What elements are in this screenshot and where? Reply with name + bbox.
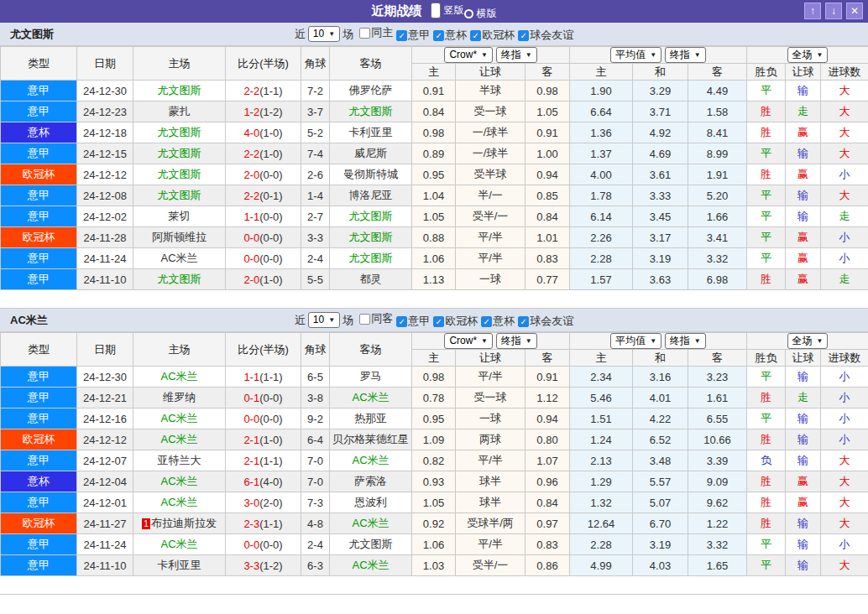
near-label: 近 (295, 313, 306, 328)
layout-radio[interactable]: 横版 (464, 7, 497, 21)
scope-select[interactable]: 全场▼ (787, 47, 829, 63)
avg-select[interactable]: 平均值▼ (610, 333, 661, 349)
match-date: 24-12-04 (77, 471, 133, 492)
result-handicap: 输 (786, 206, 821, 227)
col-away: 客场 (330, 333, 412, 367)
home-team: 尤文图斯 (133, 269, 226, 290)
juventus-table-body: 意甲 24-12-30 尤文图斯 2-2(1-1) 7-2 佛罗伦萨 0.91 … (1, 81, 868, 290)
corners: 9-2 (301, 408, 330, 429)
match-date: 24-12-08 (77, 185, 133, 206)
result-goals: 大 (821, 143, 868, 164)
halftime-score: (0-0) (259, 211, 282, 223)
col-res-handicap: 让球 (786, 350, 821, 367)
avg-win-odds: 4.99 (570, 555, 633, 576)
filter-checkbox[interactable]: 球会友谊 (518, 314, 573, 329)
scope-select[interactable]: 全场▼ (787, 333, 829, 349)
away-odds: 1.00 (526, 143, 570, 164)
move-up-button[interactable]: ↑ (804, 3, 821, 19)
games-count-select[interactable]: 10▼ (308, 312, 340, 328)
filter-checkbox[interactable]: 欧冠杯 (470, 28, 515, 43)
col-avg-lose: 客 (688, 350, 747, 367)
odds-source-select[interactable]: Crow*▼ (444, 333, 493, 349)
away-team-name: AC米兰 (352, 517, 389, 529)
match-date: 24-11-10 (77, 269, 133, 290)
avg-win-odds: 2.13 (570, 450, 633, 471)
home-team-name: 布拉迪斯拉发 (151, 517, 217, 529)
home-team-name: 尤文图斯 (158, 189, 201, 201)
odds-kind-select[interactable]: 终指▼ (496, 333, 537, 349)
league-badge: 意甲 (1, 492, 77, 513)
away-team: 萨索洛 (330, 471, 412, 492)
close-button[interactable]: ✕ (846, 3, 863, 19)
score-cell: 2-2(1-0) (226, 143, 301, 164)
filter-checkbox[interactable]: 同客 (359, 311, 393, 326)
table-row: 意甲 24-11-10 尤文图斯 2-0(1-0) 5-5 都灵 1.13 一球… (1, 269, 868, 290)
away-odds: 0.86 (526, 555, 570, 576)
result-goals: 小 (821, 388, 868, 408)
up-arrow-icon: ↑ (810, 5, 815, 17)
league-badge: 意甲 (1, 248, 77, 269)
radio-icon (464, 9, 473, 18)
odds-group-header: Crow*▼ 终指▼ (412, 333, 570, 350)
move-down-button[interactable]: ↓ (825, 3, 842, 19)
fulltime-score: 0-0 (243, 539, 259, 551)
col-home: 主场 (133, 333, 226, 367)
home-odds: 1.04 (412, 185, 456, 206)
league-badge: 意甲 (1, 143, 77, 164)
match-date: 24-12-30 (77, 367, 133, 388)
avg-select[interactable]: 平均值▼ (610, 47, 661, 63)
halftime-score: (1-1) (259, 85, 282, 97)
odds-source-select[interactable]: Crow*▼ (444, 47, 493, 63)
away-team-name: 威尼斯 (354, 147, 387, 159)
col-date: 日期 (77, 333, 133, 367)
fulltime-score: 1-1 (243, 211, 259, 223)
corners: 4-8 (301, 513, 330, 534)
radio-label: 横版 (477, 7, 497, 21)
table-row: 意甲 24-12-23 蒙扎 1-2(1-2) 3-7 尤文图斯 0.84 受一… (1, 101, 868, 122)
away-odds: 0.85 (526, 185, 570, 206)
odds-kind-select[interactable]: 终指▼ (496, 47, 537, 63)
result-goals: 小 (821, 367, 868, 388)
filter-checkbox[interactable]: 意杯 (481, 314, 515, 329)
filter-checkbox[interactable]: 意杯 (433, 28, 467, 43)
corners: 2-4 (301, 534, 330, 555)
games-count-select[interactable]: 10▼ (308, 26, 340, 42)
filter-checkbox[interactable]: 意甲 (396, 28, 430, 43)
avg-kind-select[interactable]: 终指▼ (665, 333, 706, 349)
col-corner: 角球 (301, 47, 330, 81)
avg-win-odds: 1.36 (570, 122, 633, 143)
result-handicap: 输 (786, 81, 821, 101)
milan-summary (0, 576, 868, 595)
filter-checkbox[interactable]: 球会友谊 (518, 28, 573, 43)
avg-lose-odds: 3.41 (688, 227, 747, 248)
filter-checkbox[interactable]: 同主 (359, 25, 393, 40)
corners: 1-4 (301, 185, 330, 206)
result-handicap: 输 (786, 185, 821, 206)
table-row: 意杯 24-12-18 尤文图斯 4-0(1-0) 5-2 卡利亚里 0.98 … (1, 122, 868, 143)
home-odds: 0.98 (412, 367, 456, 388)
score-cell: 0-1(0-0) (226, 388, 301, 408)
filter-checkbox[interactable]: 意甲 (396, 314, 430, 329)
away-team-name: 卡利亚里 (349, 126, 393, 138)
league-badge: 意甲 (1, 408, 77, 429)
layout-radio[interactable]: 竖版 (431, 3, 464, 18)
corners: 5-5 (301, 269, 330, 290)
table-row: 意甲 24-12-01 AC米兰 3-0(2-0) 7-3 恩波利 1.05 球… (1, 492, 868, 513)
avg-win-odds: 4.00 (570, 164, 633, 185)
handicap: 受半/一 (456, 206, 526, 227)
away-team-name: 恩波利 (354, 496, 387, 508)
col-away: 客场 (330, 47, 412, 81)
handicap: 受一球 (456, 388, 526, 408)
games-count-value: 10 (313, 27, 324, 41)
handicap: 受半球 (456, 164, 526, 185)
filter-checkbox[interactable]: 欧冠杯 (433, 314, 478, 329)
avg-draw-odds: 3.63 (633, 269, 688, 290)
juventus-filter-controls: 近 10▼ 场 同主意甲意杯欧冠杯球会友谊 (0, 25, 868, 43)
home-odds: 1.09 (412, 429, 456, 450)
avg-kind-select[interactable]: 终指▼ (665, 47, 706, 63)
avg-lose-odds: 8.41 (688, 122, 747, 143)
result-outcome: 平 (747, 534, 786, 555)
result-handicap: 赢 (786, 269, 821, 290)
halftime-score: (0-0) (259, 539, 282, 551)
table-row: 意甲 24-12-16 AC米兰 0-0(0-0) 9-2 热那亚 0.95 一… (1, 408, 868, 429)
